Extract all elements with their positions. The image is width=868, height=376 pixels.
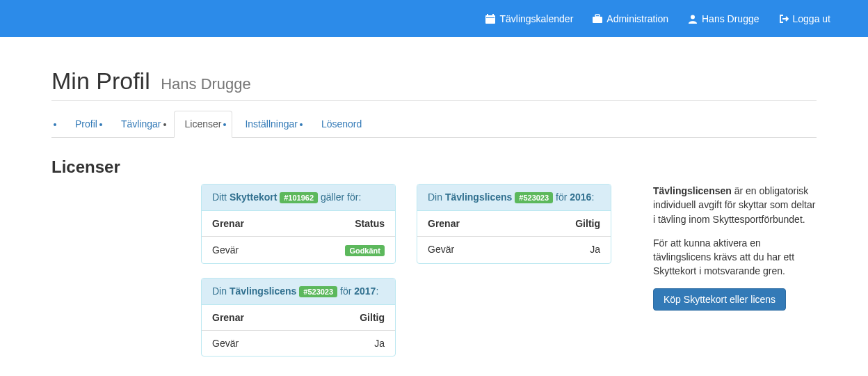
- sk-bold: Skyttekort: [230, 191, 277, 203]
- nav-admin[interactable]: Administration: [583, 0, 678, 37]
- side-p1-bold: Tävlingslicensen: [653, 185, 732, 196]
- sk-row-status: Godkänt: [292, 237, 395, 263]
- panel-license-2017: Din Tävlingslicens #523023 för 2017: Gre…: [201, 278, 396, 357]
- panel-skyttekort: Ditt Skyttekort #101962 gäller för: Gren…: [201, 184, 396, 264]
- top-navbar: Tävlingskalender Administration Hans Dru…: [0, 0, 868, 37]
- panel-license-2016: Din Tävlingslicens #523023 för 2016: Gre…: [417, 184, 611, 264]
- section-title: Licenser: [51, 157, 817, 177]
- panel-license-2017-heading: Din Tävlingslicens #523023 för 2017:: [202, 279, 395, 305]
- side-p1: Tävlingslicensen är en obligatorisk indi…: [653, 184, 817, 226]
- l16-table: Grenar Giltig Gevär Ja: [417, 211, 611, 262]
- nav-admin-label: Administration: [606, 13, 668, 24]
- svg-rect-3: [486, 17, 495, 18]
- page-header: Min Profil Hans Drugge: [51, 68, 817, 101]
- l16-row-status: Ja: [521, 237, 611, 263]
- status-badge: Godkänt: [345, 245, 385, 256]
- sidebar-info: Tävlingslicensen är en obligatorisk indi…: [653, 184, 817, 357]
- sk-table: Grenar Status Gevär Godkänt: [202, 211, 395, 263]
- buy-license-button[interactable]: Köp Skyttekort eller licens: [653, 288, 786, 311]
- tab-password[interactable]: Lösenord: [310, 111, 373, 137]
- sk-suffix: gäller för:: [318, 191, 361, 203]
- l16-suffix: :: [591, 191, 594, 203]
- l16-bold: Tävlingslicens: [445, 191, 512, 203]
- svg-rect-4: [593, 17, 602, 23]
- profile-tabs: Profil Tävlingar Licenser Inställningar …: [51, 111, 817, 138]
- l16-mid: för: [553, 191, 570, 203]
- l17-mid: för: [337, 285, 354, 297]
- table-row: Gevär Ja: [202, 330, 395, 356]
- svg-rect-1: [487, 14, 488, 17]
- nav-user[interactable]: Hans Drugge: [678, 0, 769, 37]
- page-title: Min Profil Hans Drugge: [51, 68, 817, 95]
- nav-calendar[interactable]: Tävlingskalender: [476, 0, 583, 37]
- l17-col2: Giltig: [305, 305, 395, 331]
- sk-prefix: Ditt: [212, 191, 230, 203]
- l16-badge: #523023: [515, 192, 553, 203]
- l17-bold: Tävlingslicens: [230, 285, 296, 297]
- sk-col1: Grenar: [202, 211, 292, 237]
- tab-settings[interactable]: Inställningar: [234, 111, 309, 137]
- briefcase-icon: [593, 14, 602, 24]
- l17-suffix: :: [376, 285, 378, 297]
- svg-rect-2: [492, 14, 494, 17]
- svg-point-6: [691, 15, 695, 19]
- nav-user-label: Hans Drugge: [702, 13, 760, 24]
- panel-license-2016-heading: Din Tävlingslicens #523023 för 2016:: [417, 185, 611, 211]
- nav-logout[interactable]: Logga ut: [769, 0, 841, 37]
- calendar-icon: [485, 14, 495, 24]
- svg-rect-5: [595, 15, 600, 17]
- table-row: Gevär Ja: [417, 237, 611, 263]
- l16-year: 2016: [570, 191, 591, 203]
- user-icon: [688, 14, 698, 24]
- page-title-sub: Hans Drugge: [161, 75, 251, 93]
- l17-year: 2017: [354, 285, 376, 297]
- l17-badge: #523023: [299, 286, 337, 297]
- l17-col1: Grenar: [202, 305, 305, 331]
- l16-prefix: Din: [428, 191, 445, 203]
- sk-badge: #101962: [280, 192, 318, 203]
- nav-calendar-label: Tävlingskalender: [499, 13, 573, 24]
- l17-table: Grenar Giltig Gevär Ja: [202, 305, 395, 356]
- sk-col2: Status: [292, 211, 395, 237]
- l17-row-label: Gevär: [202, 330, 305, 356]
- nav-logout-label: Logga ut: [793, 13, 831, 24]
- table-row: Gevär Godkänt: [202, 237, 395, 263]
- l17-prefix: Din: [212, 285, 230, 297]
- logout-icon: [779, 14, 789, 24]
- panel-skyttekort-heading: Ditt Skyttekort #101962 gäller för:: [202, 185, 395, 211]
- l16-row-label: Gevär: [417, 237, 521, 263]
- l16-col2: Giltig: [521, 211, 611, 237]
- side-p2: För att kunna aktivera en tävlingslicens…: [653, 236, 817, 279]
- l16-col1: Grenar: [417, 211, 521, 237]
- sk-row-label: Gevär: [202, 237, 292, 263]
- page-title-main: Min Profil: [51, 68, 150, 94]
- l17-row-status: Ja: [305, 330, 395, 356]
